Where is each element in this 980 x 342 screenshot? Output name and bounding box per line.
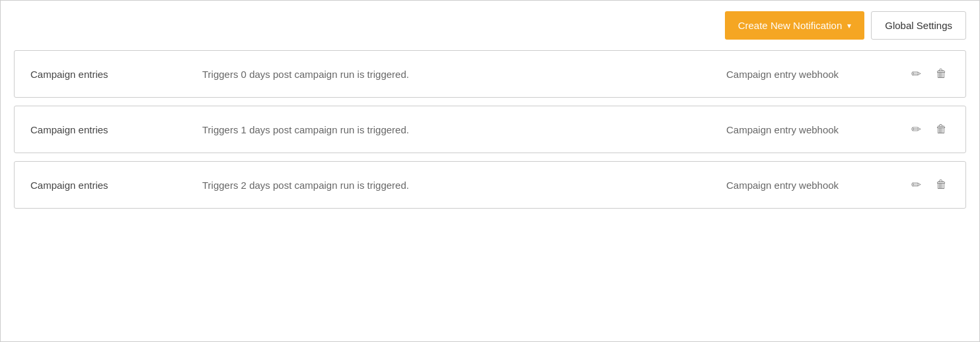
notifications-list: Campaign entries Triggers 0 days post ca… — [14, 50, 966, 217]
trash-icon: 🗑 — [936, 67, 947, 81]
edit-icon: ✏ — [911, 67, 921, 81]
edit-icon: ✏ — [911, 122, 921, 137]
notification-trigger: Triggers 2 days post campaign run is tri… — [202, 178, 726, 192]
create-new-notification-button[interactable]: Create New Notification ▾ — [725, 11, 865, 40]
trash-icon: 🗑 — [936, 178, 947, 191]
notification-trigger: Triggers 1 days post campaign run is tri… — [202, 123, 726, 137]
global-settings-label: Global Settings — [885, 20, 952, 31]
toolbar: Create New Notification ▾ Global Setting… — [14, 11, 966, 40]
table-row: Campaign entries Triggers 2 days post ca… — [14, 161, 966, 209]
table-row: Campaign entries Triggers 0 days post ca… — [14, 50, 966, 98]
create-button-label: Create New Notification — [738, 20, 843, 31]
notification-type: Campaign entry webhook — [726, 69, 898, 80]
notification-name: Campaign entries — [30, 69, 202, 80]
trash-icon: 🗑 — [936, 123, 947, 136]
delete-button[interactable]: 🗑 — [933, 120, 950, 139]
delete-button[interactable]: 🗑 — [933, 65, 950, 83]
table-row: Campaign entries Triggers 1 days post ca… — [14, 106, 966, 153]
edit-button[interactable]: ✏ — [909, 120, 924, 139]
edit-button[interactable]: ✏ — [909, 175, 924, 195]
row-actions: ✏ 🗑 — [909, 64, 950, 84]
row-actions: ✏ 🗑 — [909, 120, 950, 139]
edit-button[interactable]: ✏ — [909, 64, 924, 84]
notification-name: Campaign entries — [30, 124, 202, 135]
notification-name: Campaign entries — [30, 180, 202, 191]
page-container: Create New Notification ▾ Global Setting… — [0, 0, 980, 342]
row-actions: ✏ 🗑 — [909, 175, 950, 195]
chevron-down-icon: ▾ — [847, 21, 851, 30]
global-settings-button[interactable]: Global Settings — [871, 11, 966, 40]
edit-icon: ✏ — [911, 178, 921, 192]
delete-button[interactable]: 🗑 — [933, 176, 950, 194]
notification-type: Campaign entry webhook — [726, 180, 898, 191]
notification-type: Campaign entry webhook — [726, 124, 898, 135]
notification-trigger: Triggers 0 days post campaign run is tri… — [202, 67, 726, 81]
